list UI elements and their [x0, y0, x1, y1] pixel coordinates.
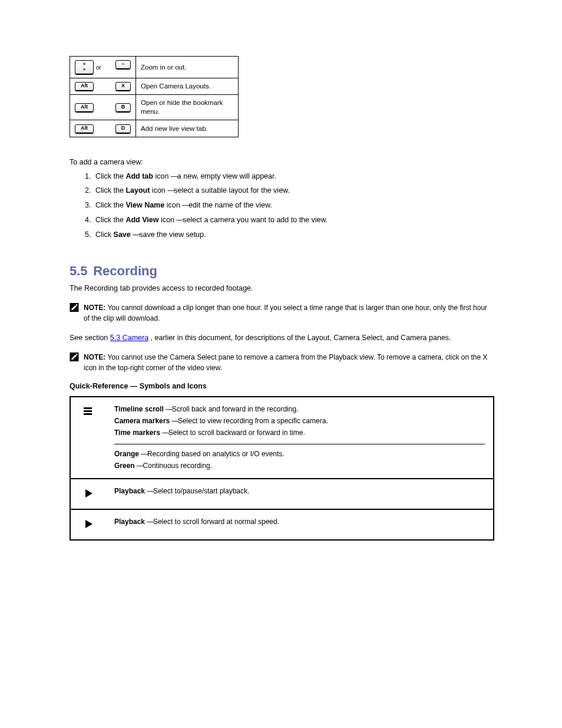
feature-row: Timeline scroll — Scroll back and forwar…	[70, 397, 494, 479]
section-heading: 5.5 Recording	[70, 263, 494, 279]
step-item: Click the Add View icon — select a camer…	[93, 215, 494, 226]
feature-icon-cell	[70, 509, 106, 540]
quick-ref-heading: Quick-Reference — Symbols and Icons	[70, 382, 494, 390]
key-icon: B	[115, 103, 131, 112]
step-item: Click Save — save the view setup.	[93, 229, 494, 241]
feature-icon-cell	[70, 397, 106, 479]
feature-row: Playback — Select to/pause/start playbac…	[70, 479, 494, 509]
feature-icon-cell	[70, 479, 106, 509]
key-separator: or	[96, 64, 101, 71]
kb-action: Add new live view tab.	[136, 120, 239, 137]
kb-keys: +=or–	[70, 57, 136, 78]
kb-keys: AltB	[70, 95, 136, 120]
key-icon: D	[115, 124, 131, 133]
see-section-paragraph: See section 5.3 Camera , earlier in this…	[70, 332, 494, 344]
link-section-5-3[interactable]: 5.3 Camera	[110, 334, 148, 342]
kb-action: Zoom in or out.	[136, 57, 239, 78]
key-icon: X	[115, 82, 131, 91]
note-body: NOTE: You cannot use the Camera Select p…	[84, 352, 494, 374]
key-icon: Alt	[75, 124, 94, 133]
add-camera-instructions: To add a camera view: Click the Add tab …	[70, 157, 494, 241]
pencil-icon	[70, 303, 79, 312]
note-clip-length: NOTE: You cannot download a clip longer …	[70, 302, 494, 324]
kb-row: AltXOpen Camera Layouts.	[70, 78, 239, 95]
kb-keys: AltD	[70, 120, 136, 137]
feature-text: Timeline scroll — Scroll back and forwar…	[106, 397, 494, 479]
svg-rect-2	[84, 407, 92, 409]
key-icon: –	[115, 60, 131, 69]
feature-row: Playback — Select to scroll forward at n…	[70, 509, 494, 540]
pencil-icon	[70, 353, 79, 361]
play-icon	[82, 487, 94, 499]
keyboard-shortcuts-table: +=or–Zoom in or out.AltXOpen Camera Layo…	[70, 56, 239, 137]
kb-row: +=or–Zoom in or out.	[70, 57, 239, 78]
svg-rect-4	[84, 413, 92, 415]
step-item: Click the Add tab icon — a new, empty vi…	[93, 171, 494, 182]
svg-marker-5	[85, 489, 92, 498]
kb-action: Open Camera Layouts.	[136, 78, 239, 95]
feature-text: Playback — Select to scroll forward at n…	[106, 509, 494, 540]
kb-row: AltBOpen or hide the bookmark menu.	[70, 95, 239, 120]
key-icon: Alt	[75, 82, 94, 91]
svg-marker-6	[85, 520, 92, 528]
add-camera-intro: To add a camera view:	[70, 157, 494, 167]
kb-keys: AltX	[70, 78, 136, 95]
svg-rect-3	[84, 410, 92, 412]
key-icon: Alt	[75, 103, 94, 112]
quick-reference-table: Timeline scroll — Scroll back and forwar…	[70, 396, 494, 541]
step-item: Click the View Name icon — edit the name…	[93, 200, 494, 211]
layers-icon	[82, 406, 94, 417]
step-item: Click the Layout icon — select a suitabl…	[93, 185, 494, 196]
feature-text: Playback — Select to/pause/start playbac…	[106, 479, 494, 509]
section-title: Recording	[93, 263, 157, 278]
kb-action: Open or hide the bookmark menu.	[136, 95, 239, 120]
section-number: 5.5	[70, 263, 90, 279]
key-icon: +=	[75, 60, 94, 74]
kb-row: AltDAdd new live view tab.	[70, 120, 239, 137]
note-remove-camera: NOTE: You cannot use the Camera Select p…	[70, 352, 494, 374]
play-icon	[82, 518, 94, 530]
note-body: NOTE: You cannot download a clip longer …	[84, 302, 494, 324]
section-intro: The Recording tab provides access to rec…	[70, 283, 494, 294]
